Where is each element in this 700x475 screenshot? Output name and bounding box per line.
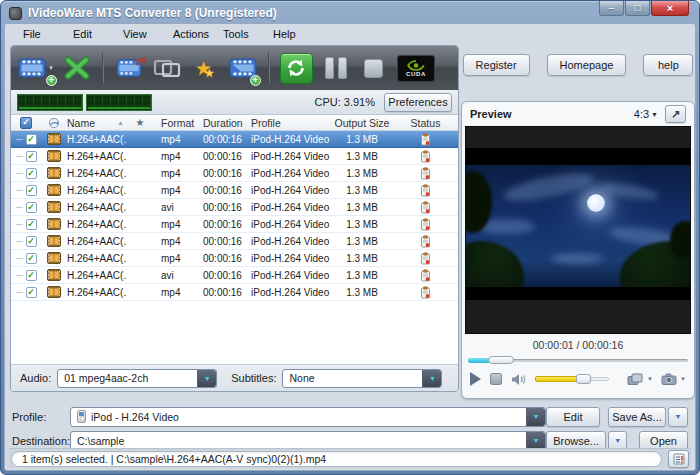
table-row[interactable]: ✓H.264+AAC(...mp400:00:16iPod-H.264 Vide…	[11, 165, 458, 182]
status-waiting-icon	[420, 252, 431, 265]
remove-button[interactable]	[62, 50, 92, 86]
row-profile: iPod-H.264 Video	[251, 219, 331, 230]
column-header-output-size[interactable]: Output Size	[331, 117, 393, 129]
row-type-cell	[41, 269, 67, 281]
tree-line	[16, 207, 23, 208]
volume-thumb[interactable]	[576, 374, 591, 384]
detach-preview-button[interactable]: ↗	[665, 105, 686, 123]
minimize-button[interactable]: –	[599, 1, 624, 16]
help-button[interactable]: help	[643, 54, 693, 76]
audio-label: Audio:	[20, 372, 51, 384]
row-type-cell	[41, 167, 67, 179]
row-checkbox[interactable]: ✓	[26, 134, 37, 145]
row-checkbox[interactable]: ✓	[26, 270, 37, 281]
table-row[interactable]: ✓H.264+AAC(...mp400:00:16iPod-H.264 Vide…	[11, 233, 458, 250]
column-header-rating[interactable]: ★	[127, 117, 153, 128]
filmstrip-icon	[47, 133, 61, 145]
maximize-button[interactable]: □	[625, 1, 650, 16]
row-checkbox[interactable]: ✓	[26, 287, 37, 298]
row-checkbox[interactable]: ✓	[26, 253, 37, 264]
table-row[interactable]: ✓H.264+AAC(...avi00:00:16iPod-H.264 Vide…	[11, 199, 458, 216]
volume-slider[interactable]	[535, 374, 609, 384]
chevron-down-icon[interactable]: ▼	[526, 432, 545, 450]
subtitles-label: Subtitles:	[231, 372, 276, 384]
row-checkbox[interactable]: ✓	[26, 236, 37, 247]
audio-dropdown[interactable]: 01 mpeg4aac-2ch ▼	[57, 369, 217, 388]
row-name: H.264+AAC(...	[67, 219, 127, 230]
register-button[interactable]: Register	[463, 54, 530, 76]
cuda-button[interactable]: CUDA	[397, 55, 435, 82]
row-checkbox[interactable]: ✓	[26, 202, 37, 213]
camera-snapshot-icon[interactable]	[661, 373, 677, 385]
pause-button[interactable]	[321, 50, 351, 86]
stop-button[interactable]	[359, 50, 389, 86]
stop-playback-button[interactable]	[490, 373, 502, 385]
table-row[interactable]: ✓H.264+AAC(...mp400:00:16iPod-H.264 Vide…	[11, 182, 458, 199]
chevron-down-icon[interactable]: ▼	[526, 408, 545, 426]
subtitles-value: None	[283, 372, 422, 384]
save-as-menu-button[interactable]: ▼	[668, 407, 688, 427]
table-row[interactable]: ✓H.264+AAC(...mp400:00:16iPod-H.264 Vide…	[11, 131, 458, 148]
effect-button[interactable]: ★ ★	[190, 50, 220, 86]
crop-button[interactable]	[152, 50, 182, 86]
frames-icon[interactable]	[627, 373, 644, 386]
column-header-duration[interactable]: Duration	[201, 117, 251, 129]
profile-value: iPod - H.264 Video	[91, 411, 179, 423]
play-button[interactable]	[470, 372, 481, 386]
seek-slider[interactable]	[468, 355, 688, 365]
menu-item-view[interactable]: View	[123, 28, 173, 40]
media-type-icon	[48, 117, 60, 129]
aspect-ratio-dropdown[interactable]: 4:3 ▼	[634, 108, 658, 120]
row-profile: iPod-H.264 Video	[251, 236, 331, 247]
table-row[interactable]: ✓H.264+AAC(...avi00:00:16iPod-H.264 Vide…	[11, 267, 458, 284]
chevron-down-icon[interactable]: ▼	[680, 376, 686, 382]
speaker-icon[interactable]	[511, 373, 526, 386]
row-duration: 00:00:16	[201, 219, 251, 230]
save-as-button[interactable]: Save As...	[608, 407, 666, 427]
menu-item-actions[interactable]: Actions	[173, 28, 223, 40]
merge-button[interactable]: +	[228, 50, 258, 86]
row-duration: 00:00:16	[201, 185, 251, 196]
seek-thumb[interactable]	[488, 356, 514, 364]
add-file-button[interactable]: + ▼	[18, 50, 54, 86]
menu-item-help[interactable]: Help	[273, 28, 323, 40]
row-checkbox[interactable]: ✓	[26, 151, 37, 162]
row-profile: iPod-H.264 Video	[251, 202, 331, 213]
row-checkbox[interactable]: ✓	[26, 219, 37, 230]
header-type-cell[interactable]	[41, 117, 67, 129]
menu-item-file[interactable]: File	[23, 28, 73, 40]
table-row[interactable]: ✓H.264+AAC(...mp400:00:16iPod-H.264 Vide…	[11, 284, 458, 301]
column-header-status[interactable]: Status	[393, 117, 458, 129]
toolbar-separator	[268, 53, 270, 83]
profile-dropdown[interactable]: iPod - H.264 Video ▼	[70, 407, 546, 427]
minimize-icon: –	[609, 3, 615, 13]
row-output-size: 1.3 MB	[331, 270, 393, 281]
row-checkbox[interactable]: ✓	[26, 168, 37, 179]
menu-item-edit[interactable]: Edit	[73, 28, 123, 40]
trim-button[interactable]: ✂	[114, 50, 144, 86]
status-waiting-icon	[420, 167, 431, 180]
task-info-button[interactable]	[668, 450, 689, 468]
subtitles-dropdown[interactable]: None ▼	[282, 369, 442, 388]
chevron-down-icon[interactable]: ▼	[422, 370, 441, 387]
edit-profile-button[interactable]: Edit	[546, 407, 600, 427]
table-row[interactable]: ✓H.264+AAC(...mp400:00:16iPod-H.264 Vide…	[11, 148, 458, 165]
row-checkbox[interactable]: ✓	[26, 185, 37, 196]
menu-item-tools[interactable]: Tools	[223, 28, 273, 40]
chevron-down-icon[interactable]: ▼	[647, 376, 653, 382]
column-header-format[interactable]: Format	[153, 117, 201, 129]
profile-row: Profile: iPod - H.264 Video ▼ Edit Save …	[12, 406, 688, 427]
homepage-button[interactable]: Homepage	[547, 54, 627, 76]
close-button[interactable]: ×	[651, 1, 689, 16]
convert-button[interactable]	[280, 53, 313, 84]
column-header-profile[interactable]: Profile	[251, 117, 331, 129]
preferences-button[interactable]: Preferences	[384, 93, 452, 112]
row-format: mp4	[153, 236, 201, 247]
chevron-down-icon[interactable]: ▼	[197, 370, 216, 387]
table-row[interactable]: ✓H.264+AAC(...mp400:00:16iPod-H.264 Vide…	[11, 250, 458, 267]
status-icon	[420, 167, 431, 180]
status-waiting-icon	[420, 218, 431, 231]
select-all-checkbox[interactable]: ✓	[20, 117, 32, 129]
table-row[interactable]: ✓H.264+AAC(...mp400:00:16iPod-H.264 Vide…	[11, 216, 458, 233]
column-header-name[interactable]: Name▲	[67, 117, 127, 129]
